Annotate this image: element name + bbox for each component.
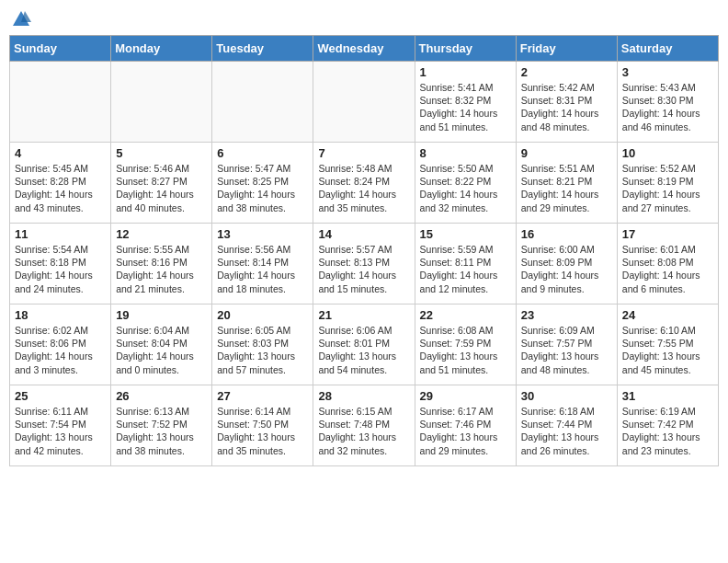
day-info-text: Sunrise: 5:56 AM [217,243,308,256]
day-info-text: and 0 minutes. [116,363,207,376]
day-info-text: Sunrise: 5:41 AM [420,81,511,94]
day-number-27: 27 [217,389,308,403]
weekday-header-friday: Friday [516,36,617,62]
day-info-text: Sunset: 8:06 PM [15,337,106,350]
day-cell-23: 23Sunrise: 6:09 AMSunset: 7:57 PMDayligh… [516,304,617,385]
day-info-text: Sunset: 8:24 PM [318,175,409,188]
day-info-text: Sunset: 8:03 PM [217,337,308,350]
day-info-text: Sunrise: 6:15 AM [318,405,409,418]
day-cell-22: 22Sunrise: 6:08 AMSunset: 7:59 PMDayligh… [415,304,516,385]
day-cell-29: 29Sunrise: 6:17 AMSunset: 7:46 PMDayligh… [415,385,516,466]
day-info-text: Sunset: 7:59 PM [420,337,511,350]
day-number-21: 21 [318,308,409,322]
day-info-text: Sunrise: 5:51 AM [521,162,612,175]
day-number-1: 1 [420,65,511,79]
calendar-week-4: 18Sunrise: 6:02 AMSunset: 8:06 PMDayligh… [10,304,719,385]
day-info-text: Sunrise: 5:54 AM [15,243,106,256]
day-info-text: Sunset: 8:32 PM [420,94,511,107]
day-cell-24: 24Sunrise: 6:10 AMSunset: 7:55 PMDayligh… [617,304,718,385]
day-cell-17: 17Sunrise: 6:01 AMSunset: 8:08 PMDayligh… [617,224,718,304]
day-cell-31: 31Sunrise: 6:19 AMSunset: 7:42 PMDayligh… [617,385,718,466]
day-cell-15: 15Sunrise: 5:59 AMSunset: 8:11 PMDayligh… [415,224,516,304]
day-number-25: 25 [15,389,106,403]
weekday-header-monday: Monday [111,36,212,62]
day-info-text: and 43 minutes. [15,201,106,214]
day-info-text: Sunrise: 6:19 AM [622,405,713,418]
day-number-5: 5 [116,146,207,160]
calendar-week-2: 4Sunrise: 5:45 AMSunset: 8:28 PMDaylight… [10,143,719,224]
day-info-text: Daylight: 13 hours [622,350,713,362]
day-info-text: Sunrise: 6:02 AM [15,324,106,337]
day-info-text: and 24 minutes. [15,282,106,295]
day-info-text: Sunrise: 6:04 AM [116,324,207,337]
day-info-text: Sunset: 7:42 PM [622,418,713,431]
weekday-header-saturday: Saturday [617,36,718,62]
day-info-text: Sunset: 8:18 PM [15,256,106,269]
day-info-text: Sunrise: 6:05 AM [217,324,308,337]
day-cell-20: 20Sunrise: 6:05 AMSunset: 8:03 PMDayligh… [212,304,313,385]
day-info-text: Daylight: 13 hours [521,431,612,443]
day-info-text: and 38 minutes. [116,444,207,457]
day-info-text: and 26 minutes. [521,444,612,457]
day-number-24: 24 [622,308,713,322]
day-number-28: 28 [318,389,409,403]
day-number-12: 12 [116,227,207,241]
day-number-8: 8 [420,146,511,160]
day-info-text: and 15 minutes. [318,282,409,295]
day-info-text: Sunset: 8:21 PM [521,175,612,188]
calendar-week-3: 11Sunrise: 5:54 AMSunset: 8:18 PMDayligh… [10,224,719,304]
day-info-text: Daylight: 14 hours [217,188,308,201]
day-info-text: Daylight: 14 hours [622,188,713,201]
day-info-text: Daylight: 14 hours [521,188,612,201]
day-number-4: 4 [15,146,106,160]
day-info-text: Sunrise: 6:06 AM [318,324,409,337]
weekday-header-tuesday: Tuesday [212,36,313,62]
day-info-text: Sunrise: 5:59 AM [420,243,511,256]
day-info-text: Sunset: 7:52 PM [116,418,207,431]
day-info-text: Daylight: 14 hours [15,269,106,282]
day-number-31: 31 [622,389,713,403]
day-cell-25: 25Sunrise: 6:11 AMSunset: 7:54 PMDayligh… [10,385,111,466]
day-info-text: and 21 minutes. [116,282,207,295]
day-info-text: and 48 minutes. [521,363,612,376]
logo [9,9,31,28]
day-cell-10: 10Sunrise: 5:52 AMSunset: 8:19 PMDayligh… [617,143,718,224]
day-info-text: Sunrise: 6:11 AM [15,405,106,418]
day-info-text: Sunset: 8:11 PM [420,256,511,269]
day-cell-18: 18Sunrise: 6:02 AMSunset: 8:06 PMDayligh… [10,304,111,385]
day-info-text: Sunrise: 5:42 AM [521,81,612,94]
day-info-text: Daylight: 14 hours [420,107,511,120]
day-info-text: and 46 minutes. [622,121,713,133]
calendar-body: 1Sunrise: 5:41 AMSunset: 8:32 PMDaylight… [10,62,719,466]
day-cell-21: 21Sunrise: 6:06 AMSunset: 8:01 PMDayligh… [313,304,415,385]
day-info-text: Daylight: 13 hours [521,350,612,362]
day-number-10: 10 [622,146,713,160]
day-cell-28: 28Sunrise: 6:15 AMSunset: 7:48 PMDayligh… [313,385,415,466]
day-info-text: Sunset: 8:01 PM [318,337,409,350]
day-info-text: Daylight: 13 hours [420,350,511,362]
calendar-week-1: 1Sunrise: 5:41 AMSunset: 8:32 PMDaylight… [10,62,719,143]
day-info-text: and 9 minutes. [521,282,612,295]
day-info-text: Daylight: 13 hours [318,431,409,443]
day-number-15: 15 [420,227,511,241]
day-info-text: Sunset: 7:55 PM [622,337,713,350]
day-number-3: 3 [622,65,713,79]
day-number-30: 30 [521,389,612,403]
day-info-text: Daylight: 13 hours [420,431,511,443]
day-info-text: and 6 minutes. [622,282,713,295]
day-info-text: Sunset: 8:04 PM [116,337,207,350]
day-info-text: and 32 minutes. [318,444,409,457]
calendar-week-5: 25Sunrise: 6:11 AMSunset: 7:54 PMDayligh… [10,385,719,466]
day-cell-empty [111,62,212,143]
day-info-text: Daylight: 14 hours [116,269,207,282]
day-cell-26: 26Sunrise: 6:13 AMSunset: 7:52 PMDayligh… [111,385,212,466]
day-info-text: and 12 minutes. [420,282,511,295]
day-info-text: and 29 minutes. [420,444,511,457]
day-cell-11: 11Sunrise: 5:54 AMSunset: 8:18 PMDayligh… [10,224,111,304]
day-number-9: 9 [521,146,612,160]
day-number-7: 7 [318,146,409,160]
day-number-29: 29 [420,389,511,403]
day-info-text: Daylight: 13 hours [217,431,308,443]
day-info-text: Sunrise: 5:55 AM [116,243,207,256]
day-number-6: 6 [217,146,308,160]
